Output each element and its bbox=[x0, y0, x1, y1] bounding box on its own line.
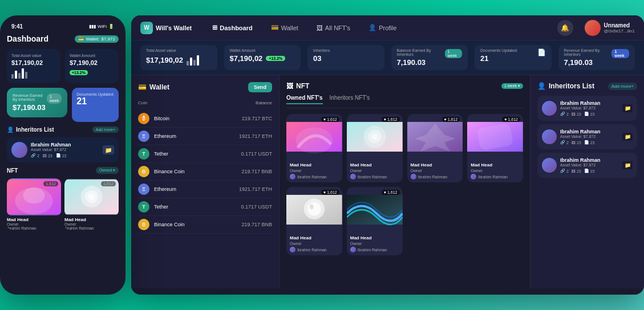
svg-point-20 bbox=[310, 204, 314, 209]
phone-mini-chart bbox=[11, 67, 56, 79]
battery-icon: 🔋 bbox=[108, 24, 114, 29]
coin-row-usdt-1[interactable]: T Tether 0.1717 USDT bbox=[138, 145, 272, 163]
phone-revenue-value: $7,190.03 bbox=[13, 103, 47, 112]
inheritor-info-3: Ibrahim Rahman Asset Value: $7,872 🔗 2 🖼… bbox=[560, 157, 619, 173]
nft-owner-label-2: Owner bbox=[350, 169, 399, 173]
inheritor-card-3[interactable]: Ibrahim Rahman Asset Value: $7,872 🔗 2 🖼… bbox=[537, 153, 637, 178]
nav-user-info: Unnamed @0x6e17...8n1 bbox=[604, 22, 635, 34]
wallet-icon-panel: 💳 bbox=[138, 83, 147, 91]
inheritors-panel-icon: 👤 bbox=[537, 82, 546, 90]
nav-wallet-label: Wallet bbox=[281, 25, 298, 31]
inheritor-card-2[interactable]: Ibrahim Rahman Asset Value: $7,872 🔗 2 🖼… bbox=[537, 124, 637, 149]
usdt-icon-1: T bbox=[138, 148, 149, 160]
nft-owner-label-6: Owner bbox=[350, 242, 399, 246]
coin-row-bnb-1[interactable]: B Binance Coin 219.717 BNB bbox=[138, 163, 272, 181]
nav-user: Unnamed @0x6e17...8n1 bbox=[585, 20, 635, 36]
stat-inheritors-value: 03 bbox=[313, 54, 379, 63]
sbar4 bbox=[197, 55, 199, 66]
nft-card-1[interactable]: ♥ 1,612 Mad Head Owner Ibrahim Rahman bbox=[286, 114, 342, 182]
btc-balance: 219.717 BTC bbox=[242, 116, 272, 121]
bar4 bbox=[22, 68, 24, 79]
phone-folder-icon[interactable]: 📁 bbox=[103, 145, 114, 154]
main-content: 💳 Wallet Send Coin Balance ₿ Bitcoin 219… bbox=[131, 75, 644, 288]
nav-all-nfts[interactable]: 🖼 All NFT's bbox=[313, 22, 354, 34]
phone-nft-card-2[interactable]: 1,612 Mad Head Owner Ibrahim Rahman bbox=[64, 178, 119, 230]
phone-week-badge[interactable]: 1 week bbox=[47, 93, 62, 104]
send-button[interactable]: Send bbox=[248, 82, 272, 92]
nft-card-info-3: Mad Head Owner Ibrahim Rahman bbox=[407, 160, 463, 182]
owner-dot-1 bbox=[290, 174, 295, 180]
nav-wallet[interactable]: 💳 Wallet bbox=[268, 22, 302, 34]
phone-inheritor-stats: 🔗 2 🖼 23 📄 23 bbox=[31, 153, 99, 158]
stat-total-asset-label: Total Asset value bbox=[146, 48, 212, 52]
owner-dot-2 bbox=[350, 174, 356, 180]
phone-inheritors-header: 👤 Inheritors List Add more+ bbox=[7, 127, 119, 133]
stat-week-badge[interactable]: 1 week bbox=[445, 49, 462, 58]
phone-owned-badge[interactable]: Owned ▾ bbox=[96, 167, 119, 174]
nft-card-likes-4: ♥ 1,612 bbox=[502, 117, 520, 122]
inheritor-folder-2[interactable]: 📁 bbox=[622, 133, 633, 141]
bnb-balance-2: 219.717 BNB bbox=[241, 222, 272, 227]
btc-name: Bitcoin bbox=[154, 116, 242, 121]
nft-card-info-6: Mad Head Owner Ibrahim Rahman bbox=[347, 232, 403, 255]
tab-owned-nfts[interactable]: Owned NFT's bbox=[286, 95, 323, 104]
eth-icon-2: Ξ bbox=[138, 183, 149, 195]
coin-row-btc[interactable]: ₿ Bitcoin 219.717 BTC bbox=[138, 110, 272, 128]
owner-name-6: Ibrahim Rahman bbox=[358, 248, 387, 252]
nav-dashboard-label: Dashboard bbox=[220, 25, 252, 31]
phone-nft-name-1: Mad Head bbox=[7, 217, 61, 222]
nft-card-owner-2: Ibrahim Rahman bbox=[350, 174, 399, 180]
stat-total-asset: Total Asset value $17,190,02 bbox=[140, 45, 217, 70]
phone-wallet-amount-value: $7,190,02 bbox=[70, 59, 114, 66]
inheritor-name-1: Ibrahim Rahman bbox=[560, 100, 619, 106]
inheritors-add-more-btn[interactable]: Add more+ bbox=[608, 83, 637, 90]
nft-week-badge[interactable]: 1 week ▾ bbox=[501, 83, 523, 89]
inheritors-icon: 👤 bbox=[7, 127, 14, 133]
coin-row-eth-1[interactable]: Ξ Ethereum 1921.717 ETH bbox=[138, 128, 272, 145]
nav-profile[interactable]: 👤 Profile bbox=[365, 22, 400, 34]
inheritor-card-1[interactable]: Ibrahim Rahman Asset Value: $7,872 🔗 2 🖼… bbox=[537, 96, 637, 121]
bar3 bbox=[18, 73, 21, 79]
nft-card-info-5: Mad Head Owner Ibrahim Rahman bbox=[286, 232, 342, 255]
nav-dashboard[interactable]: ⊞ Dashboard bbox=[209, 22, 256, 34]
phone-nft-name-2: Mad Head bbox=[64, 217, 119, 222]
nft-panel-title: 🖼 NFT bbox=[286, 82, 309, 90]
nft-card-6[interactable]: ♥ 1,612 Mad Head Owner Ibrahim Rahman bbox=[347, 187, 403, 255]
nft-nav-icon: 🖼 bbox=[317, 25, 323, 31]
stat-revenue-week[interactable]: 1 week bbox=[611, 49, 629, 58]
phone-add-more-btn[interactable]: Add more+ bbox=[92, 127, 119, 133]
nft-card-2[interactable]: ♥ 1,612 Mad Head Owner Ibrahim Rahman bbox=[347, 114, 403, 182]
profile-nav-icon: 👤 bbox=[368, 24, 376, 31]
nft-card-owner-6: Ibrahim Rahman bbox=[350, 247, 399, 252]
phone-header: Dashboard 💳 Wallet: $7,872 bbox=[7, 34, 119, 43]
phone-inheritors-title-text: Inheritors List bbox=[16, 127, 54, 133]
inh-stat-docs-1: 📄 23 bbox=[584, 112, 595, 116]
usdt-balance-1: 0.1717 USDT bbox=[241, 151, 272, 157]
phone-wallet-amount-card: Wallet Amount $7,190,02 +13.2% bbox=[65, 49, 119, 83]
nav-logo-icon: W bbox=[140, 22, 153, 34]
coin-row-bnb-2[interactable]: B Binance Coin 219.717 BNB bbox=[138, 216, 272, 234]
bnb-icon-1: B bbox=[138, 166, 149, 177]
wifi-icon: WiFi bbox=[98, 24, 107, 29]
tab-inheritors-nfts[interactable]: Inheritors NFT's bbox=[330, 95, 370, 104]
phone-nft-card-1[interactable]: 1,612 Mad Head Owner Ibrahim Rahman bbox=[7, 178, 61, 230]
svg-point-2 bbox=[23, 187, 45, 204]
inh-stat-count-1: 🔗 2 bbox=[560, 112, 569, 116]
nft-card-5[interactable]: ♥ 1,612 Mad Head Owner Ibrahim Rahman bbox=[286, 187, 342, 255]
bnb-icon-2: B bbox=[138, 219, 149, 230]
inheritor-folder-3[interactable]: 📁 bbox=[622, 161, 633, 169]
eth-name-1: Ethereum bbox=[154, 133, 239, 139]
svg-point-6 bbox=[88, 193, 95, 199]
coin-row-usdt-2[interactable]: T Tether 0.1717 USDT bbox=[138, 198, 272, 216]
inheritor-folder-1[interactable]: 📁 bbox=[622, 104, 633, 112]
usdt-name-2: Tether bbox=[154, 204, 241, 210]
eth-balance-1: 1921.717 ETH bbox=[239, 133, 272, 139]
dashboard-icon: ⊞ bbox=[212, 24, 217, 31]
inheritor-avatar-3 bbox=[542, 158, 557, 173]
nft-card-3[interactable]: ♥ 1,612 Mad Head Owner Ibrahim Rahman bbox=[407, 114, 463, 182]
nft-card-4[interactable]: ♥ 1,612 Mad Head Owner Ibrahim Rahman bbox=[467, 114, 523, 182]
inh-stat-docs-3: 📄 23 bbox=[584, 169, 595, 173]
notification-bell[interactable]: 🔔 bbox=[557, 20, 573, 36]
coin-row-eth-2[interactable]: Ξ Ethereum 1921.717 ETH bbox=[138, 181, 272, 198]
owner-name-1: Ibrahim Rahman bbox=[297, 175, 327, 179]
